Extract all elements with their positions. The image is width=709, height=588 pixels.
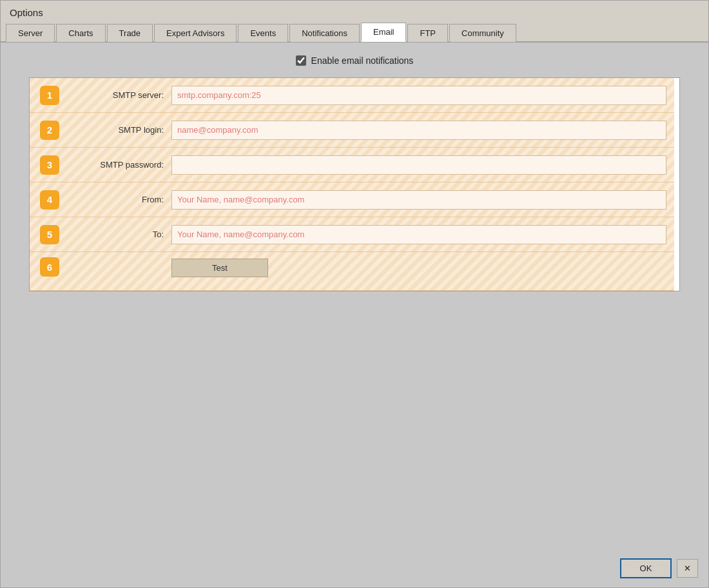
row-label-2: SMTP login:: [68, 125, 171, 135]
row-number-5: 5: [36, 225, 63, 244]
row-label-4: From:: [68, 195, 171, 204]
form-row-1: 1 SMTP server:: [30, 78, 674, 113]
content-area: Enable email notifications 1 SMTP server…: [1, 43, 708, 549]
form-row-5: 5 To:: [30, 217, 674, 252]
row-number-4: 4: [36, 190, 63, 210]
tab-events[interactable]: Events: [238, 24, 288, 42]
row-input-5[interactable]: [171, 225, 666, 244]
row-input-area-3: [171, 150, 674, 180]
number-badge-6: 6: [40, 257, 59, 277]
row-number-3: 3: [36, 155, 63, 175]
row-input-1[interactable]: [171, 86, 666, 105]
ok-button[interactable]: OK: [620, 558, 672, 578]
number-badge-2: 2: [40, 121, 59, 140]
row-input-area-1: [171, 81, 674, 110]
cancel-button[interactable]: ✕: [677, 559, 698, 578]
row-number-6: 6: [36, 257, 63, 277]
enable-email-label[interactable]: Enable email notifications: [311, 55, 414, 66]
row-number-1: 1: [36, 86, 63, 105]
row-label-1: SMTP server:: [68, 90, 171, 100]
options-window: Options ServerChartsTradeExpert Advisors…: [0, 0, 709, 588]
tab-charts[interactable]: Charts: [56, 24, 105, 42]
row-input-area-5: [171, 220, 674, 250]
test-row: 6 Test: [30, 252, 674, 291]
tab-email[interactable]: Email: [361, 23, 407, 42]
form-container: 1 SMTP server: 2 SMTP login: 3 SMTP pass…: [30, 78, 674, 291]
bottom-bar: OK ✕: [1, 549, 708, 587]
tab-ftp[interactable]: FTP: [407, 24, 448, 42]
test-row-content: Test: [171, 252, 674, 284]
row-label-5: To:: [68, 230, 171, 239]
number-badge-4: 4: [40, 190, 59, 210]
tab-server[interactable]: Server: [6, 24, 55, 42]
title-bar: Options: [1, 1, 708, 22]
number-badge-3: 3: [40, 155, 59, 175]
row-input-area-2: [171, 115, 674, 145]
row-number-2: 2: [36, 121, 63, 140]
enable-email-checkbox[interactable]: [296, 55, 306, 66]
form-row-2: 2 SMTP login:: [30, 113, 674, 148]
email-form-box: 1 SMTP server: 2 SMTP login: 3 SMTP pass…: [29, 77, 680, 291]
tab-bar: ServerChartsTradeExpert AdvisorsEventsNo…: [1, 22, 708, 43]
form-row-4: 4 From:: [30, 182, 674, 217]
window-title: Options: [10, 7, 43, 18]
tab-notifications[interactable]: Notifications: [289, 24, 360, 42]
number-badge-1: 1: [40, 86, 59, 105]
test-button[interactable]: Test: [171, 259, 268, 277]
tab-expert-advisors[interactable]: Expert Advisors: [154, 24, 237, 42]
row-input-4[interactable]: [171, 190, 666, 210]
row-input-area-4: [171, 185, 674, 215]
enable-checkbox-row: Enable email notifications: [296, 55, 414, 66]
number-badge-5: 5: [40, 225, 59, 244]
row-input-3[interactable]: [171, 155, 666, 175]
row-input-2[interactable]: [171, 121, 666, 140]
row-label-3: SMTP password:: [68, 160, 171, 170]
tab-community[interactable]: Community: [449, 24, 516, 42]
tab-trade[interactable]: Trade: [107, 24, 153, 42]
form-row-3: 3 SMTP password:: [30, 148, 674, 182]
